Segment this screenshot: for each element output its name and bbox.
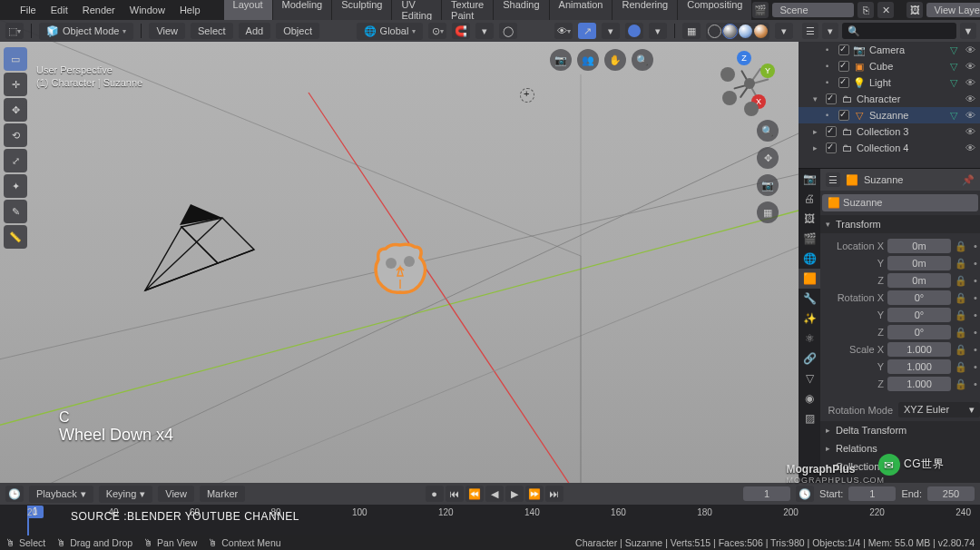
pan-button[interactable]: ✥ (757, 147, 779, 169)
animate-dot[interactable]: • (971, 275, 980, 286)
panel-header[interactable]: Instancing (820, 476, 980, 483)
zoom-button[interactable]: 🔍 (757, 120, 779, 142)
keyframe-prev[interactable]: ⏪ (466, 486, 484, 502)
proportional-edit-toggle[interactable]: ◯ (499, 23, 517, 39)
axis-neg-y[interactable] (722, 91, 737, 105)
ptab-scene[interactable]: 🎬 (799, 229, 820, 249)
panel-transform-header[interactable]: Transform (820, 215, 980, 233)
tool-measure[interactable]: 📏 (4, 225, 27, 249)
show-gizmo-toggle[interactable]: ↗ (578, 23, 596, 39)
lock-icon[interactable]: 🔒 (955, 258, 967, 270)
menu-add[interactable]: Add (239, 23, 271, 39)
view-hand-button[interactable]: ✋ (604, 49, 626, 71)
ptab-viewlayer[interactable]: 🖼 (799, 209, 820, 229)
camera-view-button[interactable]: 📷 (757, 174, 779, 196)
outliner-item[interactable]: ▸🗀Collection 3👁 (799, 123, 980, 140)
menu-playback[interactable]: Playback ▾ (29, 486, 93, 503)
outliner-item[interactable]: •📷Camera▽👁 (799, 42, 980, 58)
rotation-mode-select[interactable]: XYZ Euler ▾ (898, 402, 980, 417)
transform-value-field[interactable]: 1.000 (887, 377, 951, 391)
ptab-modifiers[interactable]: 🔧 (799, 289, 820, 309)
pin-icon[interactable]: 📌 (962, 174, 975, 186)
menu-render[interactable]: Render (75, 2, 122, 18)
ptab-physics[interactable]: ⚛ (799, 329, 820, 349)
object-visibility-button[interactable]: 👁▾ (554, 23, 573, 39)
shading-rendered[interactable] (754, 25, 768, 38)
timeline-editor-type-icon[interactable]: 🕒 (5, 486, 24, 502)
axis-neg-x[interactable] (720, 67, 735, 82)
properties-editor-type-icon[interactable]: ☰ (826, 172, 840, 187)
axis-neg-z[interactable] (744, 102, 759, 116)
transform-value-field[interactable]: 0m (887, 239, 951, 253)
animate-dot[interactable]: • (971, 361, 980, 372)
outliner-item[interactable]: ▾🗀Character👁 (799, 91, 980, 107)
ptab-output[interactable]: 🖨 (799, 189, 820, 209)
animate-dot[interactable]: • (971, 344, 980, 355)
transform-value-field[interactable]: 0° (887, 325, 951, 339)
axis-y[interactable]: Y (760, 64, 775, 78)
end-frame-field[interactable]: 250 (927, 486, 975, 501)
shading-solid[interactable] (723, 25, 737, 38)
mode-select[interactable]: 🧊 Object Mode ▾ (39, 23, 133, 40)
ptab-data[interactable]: ▽ (799, 368, 820, 388)
scene-icon[interactable]: 🎬 (752, 2, 769, 18)
outliner-item[interactable]: •💡Light▽👁 (799, 74, 980, 91)
transform-value-field[interactable]: 0m (887, 256, 951, 270)
view-camera-button[interactable]: 📷 (550, 49, 572, 71)
preview-range-toggle[interactable]: 🕓 (796, 486, 814, 502)
play-reverse[interactable]: ◀ (485, 486, 504, 502)
lock-icon[interactable]: 🔒 (955, 344, 967, 356)
scene-new-button[interactable]: ⎘ (858, 2, 874, 18)
shading-options[interactable]: ▾ (775, 23, 793, 39)
scene-delete-button[interactable]: ✕ (877, 2, 894, 18)
pivot-point-button[interactable]: ⊙▾ (428, 23, 446, 39)
keyframe-next[interactable]: ⏩ (525, 486, 544, 502)
autokey-toggle[interactable]: ● (426, 486, 444, 502)
editor-type-icon[interactable]: ⬚▾ (5, 23, 24, 39)
crumb-object-name[interactable]: Suzanne (864, 174, 903, 185)
transform-value-field[interactable]: 0m (887, 273, 951, 288)
outliner-display-mode[interactable]: ▾ (822, 23, 838, 39)
animate-dot[interactable]: • (971, 241, 980, 251)
object-name-field[interactable]: 🟧 Suzanne (822, 194, 978, 211)
lock-icon[interactable]: 🔒 (955, 361, 967, 373)
animate-dot[interactable]: • (971, 309, 980, 320)
viewlayer-icon[interactable]: 🖼 (906, 2, 923, 18)
current-frame-field[interactable]: 1 (743, 486, 790, 501)
outliner-editor-type-icon[interactable]: ☰ (802, 23, 818, 39)
panel-header[interactable]: Collections (820, 457, 980, 476)
jump-to-start[interactable]: ⏮ (446, 486, 464, 502)
orientation-select[interactable]: 🌐 Global ▾ (357, 23, 424, 40)
outliner-item[interactable]: •▽Suzanne▽👁 (799, 107, 980, 123)
camera-object[interactable] (136, 200, 263, 300)
ptab-object[interactable]: 🟧 (799, 269, 820, 289)
nav-gizmo[interactable]: Z Y X (720, 54, 779, 113)
tool-transform[interactable]: ✦ (4, 174, 27, 198)
axis-z[interactable]: Z (737, 51, 751, 65)
start-frame-field[interactable]: 1 (848, 486, 896, 501)
shading-lookdev[interactable] (739, 25, 752, 38)
3d-cursor[interactable] (517, 85, 537, 105)
lock-icon[interactable]: 🔒 (955, 292, 967, 304)
outliner-filter-button[interactable]: ▼ (960, 23, 976, 39)
tool-scale[interactable]: ⤢ (4, 149, 27, 172)
tool-cursor[interactable]: ✛ (4, 73, 27, 96)
snap-options[interactable]: ▾ (475, 23, 494, 39)
show-overlays-toggle[interactable] (625, 23, 643, 39)
menu-help[interactable]: Help (172, 2, 208, 18)
lock-icon[interactable]: 🔒 (955, 378, 967, 390)
play[interactable]: ▶ (505, 486, 524, 502)
scene-name-field[interactable]: Scene (772, 3, 854, 17)
menu-marker[interactable]: Marker (200, 486, 245, 502)
gizmo-options[interactable]: ▾ (602, 23, 620, 39)
menu-view[interactable]: View (149, 23, 185, 39)
menu-view-tl[interactable]: View (158, 486, 194, 502)
panel-header[interactable]: Delta Transform (820, 421, 980, 439)
lock-icon[interactable]: 🔒 (955, 309, 967, 321)
tool-annotate[interactable]: ✎ (4, 200, 27, 223)
ptab-material[interactable]: ◉ (799, 388, 820, 408)
jump-to-end[interactable]: ⏭ (545, 486, 564, 502)
transform-value-field[interactable]: 1.000 (887, 359, 951, 374)
shading-wireframe[interactable] (708, 25, 721, 38)
lock-icon[interactable]: 🔒 (955, 241, 967, 252)
